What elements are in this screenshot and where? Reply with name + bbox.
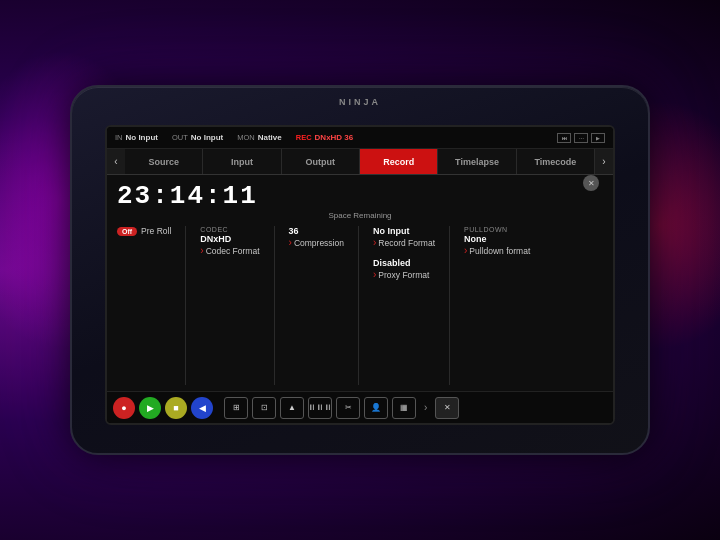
toolbar: ● ▶ ■ ◀ ⊞ ⊡ ▲ ⫼⫼⫼ ✂ 👤 ▦ › ✕ [107,391,613,423]
tab-source[interactable]: Source [125,149,203,174]
brand-label: NINJA [339,97,381,107]
toolbar-btn-yellow[interactable]: ■ [165,397,187,419]
pulldown-value: None [464,234,530,244]
status-rec: REC DNxHD 36 [296,133,354,142]
icon-signal: ▶ [591,133,605,143]
status-icons: ⏭ ⋯ ▶ [557,133,605,143]
rec-label: REC [296,133,312,142]
ninja-device: NINJA IN No Input OUT No Input MON Nativ… [70,85,650,455]
compression-sub[interactable]: Compression [289,237,344,248]
settings-grid: Off Pre Roll CODEC DNxHD Codec Format [117,226,603,385]
setting-compression: 36 Compression [289,226,344,248]
record-format-sub[interactable]: Record Format [373,237,435,248]
timecode-display: 23:14:11 [117,181,258,211]
screen-bezel: IN No Input OUT No Input MON Native REC … [105,125,615,425]
tab-timelapse[interactable]: Timelapse [438,149,516,174]
out-label: OUT [172,133,188,142]
toolbar-icon-grid1[interactable]: ⊞ [224,397,248,419]
preroll-row: Off Pre Roll [117,226,171,236]
status-in: IN No Input [115,133,158,142]
nav-tabs: ‹ Source Input Output Record Timelapse T… [107,149,613,175]
toolbar-btn-red[interactable]: ● [113,397,135,419]
pulldown-label: PULLDOWN [464,226,530,233]
icon-skip: ⏭ [557,133,571,143]
setting-codec: CODEC DNxHD Codec Format [200,226,259,256]
toolbar-icon-bars[interactable]: ⫼⫼⫼ [308,397,332,419]
mon-value: Native [258,133,282,142]
preroll-toggle[interactable]: Off [117,227,137,236]
mon-label: MON [237,133,255,142]
tab-input[interactable]: Input [203,149,281,174]
rec-value: DNxHD 36 [315,133,354,142]
toolbar-icon-scissors[interactable]: ✂ [336,397,360,419]
pulldown-sub[interactable]: Pulldown format [464,245,530,256]
col-compression: 36 Compression [289,226,344,385]
setting-record-format: No Input Record Format [373,226,435,248]
screen-content: 23:14:11 ✕ Space Remaining Off Pre Roll [107,175,613,391]
divider-4 [449,226,450,385]
toolbar-more[interactable]: › [420,402,431,413]
proxy-sub[interactable]: Proxy Format [373,269,435,280]
toolbar-btn-blue[interactable]: ◀ [191,397,213,419]
col-record-format: No Input Record Format Disabled Proxy Fo… [373,226,435,385]
tab-record[interactable]: Record [360,149,438,174]
toolbar-icon-person[interactable]: 👤 [364,397,388,419]
toolbar-icon-grid2[interactable]: ⊡ [252,397,276,419]
divider-1 [185,226,186,385]
nav-right-arrow[interactable]: › [595,149,613,174]
proxy-value: Disabled [373,258,435,268]
nav-left-arrow[interactable]: ‹ [107,149,125,174]
toolbar-btn-green[interactable]: ▶ [139,397,161,419]
record-format-value: No Input [373,226,435,236]
in-value: No Input [126,133,158,142]
space-remaining-label: Space Remaining [117,211,603,220]
status-bar: IN No Input OUT No Input MON Native REC … [107,127,613,149]
toolbar-icon-close[interactable]: ✕ [435,397,459,419]
col-preroll: Off Pre Roll [117,226,171,385]
out-value: No Input [191,133,223,142]
icon-bars: ⋯ [574,133,588,143]
toolbar-icon-triangle[interactable]: ▲ [280,397,304,419]
status-out: OUT No Input [172,133,223,142]
setting-proxy: Disabled Proxy Format [373,258,435,280]
setting-pulldown: PULLDOWN None Pulldown format [464,226,530,256]
col-pulldown: PULLDOWN None Pulldown format [464,226,530,385]
divider-3 [358,226,359,385]
tab-timecode[interactable]: Timecode [517,149,595,174]
codec-value: DNxHD [200,234,259,244]
status-mon: MON Native [237,133,282,142]
codec-label: CODEC [200,226,259,233]
toolbar-icon-pattern[interactable]: ▦ [392,397,416,419]
in-label: IN [115,133,123,142]
col-codec: CODEC DNxHD Codec Format [200,226,259,385]
divider-2 [274,226,275,385]
tab-output[interactable]: Output [282,149,360,174]
preroll-label: Pre Roll [141,226,171,236]
close-button[interactable]: ✕ [583,175,599,191]
compression-value: 36 [289,226,344,236]
codec-sub[interactable]: Codec Format [200,245,259,256]
